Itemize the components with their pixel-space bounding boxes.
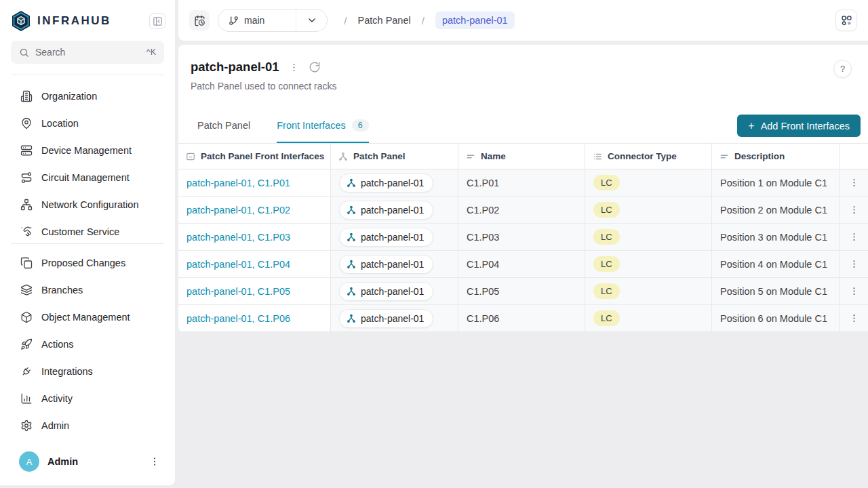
breadcrumb-separator: / (342, 15, 348, 26)
tab-front-interfaces[interactable]: Front Interfaces 6 (277, 108, 369, 143)
sidebar-item-proposed-changes[interactable]: Proposed Changes (0, 249, 175, 277)
sidebar-group-objects: Organization Location Device Management … (0, 83, 175, 238)
hierarchy-icon (347, 260, 356, 269)
cell-front-interface: patch-panel-01, C1.P06 (178, 305, 331, 331)
front-interface-link[interactable]: patch-panel-01, C1.P03 (186, 232, 290, 243)
app-title: INFRAHUB (37, 14, 149, 28)
row-menu-kebab-icon[interactable] (849, 313, 859, 323)
card-icon (186, 152, 195, 161)
sidebar-item-branches[interactable]: Branches (0, 277, 175, 304)
workflow-icon (841, 15, 852, 26)
patch-panel-chip[interactable]: patch-panel-01 (339, 201, 433, 220)
cell-patch-panel: patch-panel-01 (331, 197, 458, 223)
tab-count-badge: 6 (352, 119, 369, 131)
user-menu-kebab-icon[interactable] (149, 456, 160, 467)
list-icon (593, 152, 602, 161)
front-interface-link[interactable]: patch-panel-01, C1.P06 (186, 313, 290, 324)
sidebar-item-object-management[interactable]: Object Management (0, 304, 175, 331)
breadcrumb-item-patch-panel[interactable]: Patch Panel (358, 15, 411, 26)
add-front-interfaces-button[interactable]: + Add Front Interfaces (737, 115, 861, 137)
object-description: Patch Panel used to connect racks (191, 81, 856, 92)
row-menu-kebab-icon[interactable] (849, 259, 859, 269)
row-menu-kebab-icon[interactable] (849, 205, 859, 215)
cell-patch-panel: patch-panel-01 (331, 224, 458, 250)
branch-name: main (244, 15, 264, 26)
hierarchy-icon (338, 152, 348, 161)
sidebar-divider (11, 243, 164, 244)
refresh-icon[interactable] (309, 61, 321, 73)
help-button[interactable]: ? (833, 60, 852, 78)
sidebar-item-label: Actions (41, 339, 74, 350)
cell-connector-type: LC (585, 278, 712, 304)
network-icon (20, 199, 33, 211)
cell-description: Position 2 on Module C1 (712, 197, 840, 223)
branch-current[interactable]: main (218, 9, 296, 31)
plus-icon: + (748, 120, 754, 132)
breadcrumb-item-current[interactable]: patch-panel-01 (435, 12, 515, 29)
patch-panel-chip[interactable]: patch-panel-01 (339, 174, 433, 192)
search-icon (19, 47, 29, 58)
patch-panel-chip[interactable]: patch-panel-01 (339, 282, 433, 301)
column-header-description[interactable]: Description (712, 144, 840, 169)
sidebar-item-label: Admin (41, 420, 69, 431)
search-input[interactable]: Search ^K (11, 41, 164, 64)
time-travel-button[interactable] (189, 10, 210, 30)
patch-panel-chip-label: patch-panel-01 (361, 259, 424, 270)
sidebar-item-circuit-management[interactable]: Circuit Management (0, 164, 175, 191)
front-interface-link[interactable]: patch-panel-01, C1.P04 (186, 259, 290, 270)
add-button-label: Add Front Interfaces (761, 121, 850, 131)
route-icon (20, 171, 33, 184)
schema-graph-button[interactable] (835, 9, 857, 31)
cell-front-interface: patch-panel-01, C1.P04 (178, 251, 331, 277)
cell-front-interface: patch-panel-01, C1.P01 (178, 169, 331, 196)
row-menu-kebab-icon[interactable] (849, 286, 859, 296)
cell-description: Position 6 on Module C1 (712, 305, 840, 331)
cell-name: C1.P04 (458, 251, 585, 277)
user-menu[interactable]: A Admin (0, 443, 175, 485)
chevron-down-icon (307, 15, 317, 26)
connector-type-badge: LC (593, 202, 620, 218)
cell-actions (840, 305, 868, 331)
column-header-name[interactable]: Name (458, 144, 585, 169)
avatar: A (19, 451, 39, 472)
sidebar-item-actions[interactable]: Actions (0, 331, 175, 358)
sidebar-item-customer-service[interactable]: Customer Service (0, 218, 175, 238)
sidebar-item-device-management[interactable]: Device Management (0, 137, 175, 164)
sidebar-item-location[interactable]: Location (0, 110, 175, 137)
handshake-icon (20, 226, 33, 238)
breadcrumb-separator: / (420, 15, 426, 26)
cell-name: C1.P01 (458, 169, 585, 196)
front-interface-link[interactable]: patch-panel-01, C1.P05 (186, 286, 290, 297)
sidebar: INFRAHUB Search ^K Organization Location (0, 0, 175, 485)
tab-patch-panel[interactable]: Patch Panel (197, 108, 250, 143)
main-area: main / Patch Panel / patch-panel-01 patc… (178, 0, 868, 488)
sidebar-item-network-configuration[interactable]: Network Configuration (0, 191, 175, 218)
sidebar-item-activity[interactable]: Activity (0, 385, 175, 412)
patch-panel-chip[interactable]: patch-panel-01 (339, 309, 433, 328)
cell-actions (840, 251, 868, 277)
panel-collapse-icon (153, 16, 163, 26)
sidebar-item-integrations[interactable]: Integrations (0, 358, 175, 385)
column-header-front-interfaces[interactable]: Patch Panel Front Interfaces (178, 144, 331, 169)
sidebar-collapse-button[interactable] (149, 13, 165, 29)
cell-actions (840, 278, 868, 304)
column-header-connector-type[interactable]: Connector Type (585, 144, 712, 169)
cell-patch-panel: patch-panel-01 (331, 305, 458, 331)
cube-icon (20, 311, 33, 323)
cell-description: Position 3 on Module C1 (712, 224, 840, 250)
front-interface-link[interactable]: patch-panel-01, C1.P01 (186, 178, 290, 188)
branch-dropdown-toggle[interactable] (296, 9, 327, 31)
sidebar-item-admin[interactable]: Admin (0, 412, 175, 439)
cell-connector-type: LC (585, 305, 712, 331)
patch-panel-chip[interactable]: patch-panel-01 (339, 228, 433, 247)
column-header-patch-panel[interactable]: Patch Panel (331, 144, 458, 169)
sidebar-item-organization[interactable]: Organization (0, 83, 175, 110)
layers-icon (20, 284, 33, 296)
patch-panel-chip[interactable]: patch-panel-01 (339, 255, 433, 274)
sidebar-item-label: Integrations (41, 366, 93, 377)
row-menu-kebab-icon[interactable] (849, 232, 859, 242)
object-menu-kebab-icon[interactable] (289, 62, 299, 73)
sidebar-item-label: Activity (41, 393, 73, 404)
row-menu-kebab-icon[interactable] (849, 178, 859, 188)
front-interface-link[interactable]: patch-panel-01, C1.P02 (186, 205, 290, 216)
